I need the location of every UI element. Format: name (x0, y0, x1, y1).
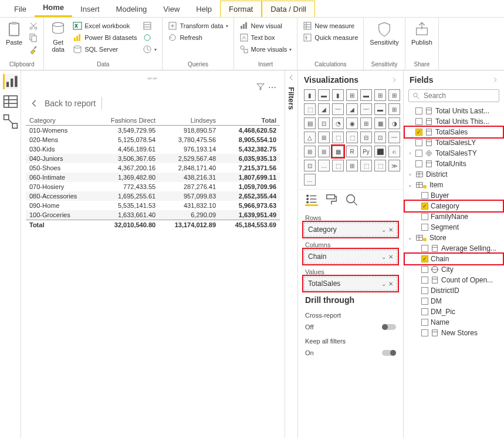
field-checkbox[interactable] (421, 277, 428, 284)
viz-type-icon[interactable]: ⊞ (388, 89, 400, 101)
viz-type-icon[interactable]: ▤ (304, 117, 316, 129)
new-measure-button[interactable]: New measure (301, 20, 360, 32)
filters-pane-collapsed[interactable]: Filters (285, 70, 297, 438)
tab-home[interactable]: Home (35, 0, 72, 17)
table-row[interactable]: 040-Juniors3,506,367.652,529,567.486,035… (26, 154, 280, 163)
viz-type-icon[interactable]: ▮ (332, 89, 344, 101)
text-box-button[interactable]: AText box (238, 32, 294, 43)
field-checkbox[interactable] (415, 150, 422, 157)
paste-button[interactable]: Paste (4, 20, 25, 61)
viz-type-icon[interactable]: ⊞ (318, 146, 330, 157)
field-item[interactable]: TotalSalesLY (405, 137, 503, 148)
viz-type-icon[interactable]: ⊡ (374, 132, 386, 143)
col-total[interactable]: Total (219, 116, 280, 126)
field-item[interactable]: DistrictID (405, 285, 503, 296)
keep-filters-toggle[interactable] (382, 350, 396, 356)
expand-icon[interactable]: ⌄ (407, 235, 413, 241)
matrix-visual[interactable]: Category Fashions Direct Lindseys Total … (26, 116, 280, 230)
quick-measure-button[interactable]: Quick measure (301, 32, 360, 43)
back-to-report[interactable]: Back to report (26, 93, 280, 116)
table-row[interactable]: 100-Groceries1,633,661.406,290.091,639,9… (26, 210, 280, 220)
format-painter-button[interactable] (27, 43, 40, 55)
chevron-right-icon[interactable] (492, 77, 498, 83)
viz-type-icon[interactable]: ⊞ (346, 89, 358, 101)
recent-sources-button[interactable]: ▾ (141, 43, 158, 55)
viz-type-icon[interactable]: ◑ (388, 117, 400, 129)
table-row[interactable]: 030-Kids4,456,189.61976,193.145,432,382.… (26, 144, 280, 154)
filter-icon[interactable] (256, 83, 265, 91)
dataverse-button[interactable] (141, 32, 158, 43)
field-item[interactable]: New Stores (405, 328, 503, 338)
viz-type-icon[interactable]: ▬ (318, 89, 330, 101)
viz-type-icon[interactable]: 〰 (332, 103, 344, 115)
field-item[interactable]: City (405, 264, 503, 275)
viz-type-icon[interactable]: ⊞ (346, 160, 358, 171)
tab-insert[interactable]: Insert (72, 1, 108, 17)
viz-type-icon[interactable]: ⊡ (318, 117, 330, 129)
field-item[interactable]: ✓Chain (405, 254, 503, 264)
field-checkbox[interactable] (421, 298, 428, 305)
field-checkbox[interactable] (421, 224, 428, 231)
field-item[interactable]: TotalUnits (405, 159, 503, 169)
viz-type-icon[interactable]: … (318, 160, 330, 171)
field-checkbox[interactable]: ✓ (415, 129, 422, 136)
tab-file[interactable]: File (6, 1, 35, 17)
viz-type-icon[interactable]: R (346, 146, 358, 157)
rows-well[interactable]: Category⌄✕ (304, 223, 397, 237)
viz-type-icon[interactable]: ▦ (374, 117, 386, 129)
report-view-button[interactable] (3, 74, 18, 89)
values-well[interactable]: TotalSales⌄✕ (304, 277, 397, 291)
analytics-tab[interactable] (345, 193, 358, 206)
field-checkbox[interactable] (415, 107, 422, 114)
expand-icon[interactable]: ⌄ (407, 182, 413, 188)
drag-handle[interactable]: ══ (26, 75, 280, 82)
field-item[interactable]: ✓Category (405, 201, 503, 211)
viz-type-icon[interactable]: ⊞ (374, 89, 386, 101)
field-item[interactable]: Segment (405, 222, 503, 233)
data-view-button[interactable] (3, 94, 18, 109)
viz-type-icon[interactable]: △ (304, 132, 316, 143)
viz-type-icon[interactable]: ▬ (374, 103, 386, 115)
field-item[interactable]: Total Units This... (405, 116, 503, 127)
field-checkbox[interactable]: ✓ (421, 203, 428, 210)
remove-icon[interactable]: ✕ (388, 281, 393, 287)
viz-type-icon[interactable]: ⬛ (374, 146, 386, 157)
field-checkbox[interactable] (421, 319, 428, 326)
table-node[interactable]: ⌄Item (405, 180, 503, 190)
viz-type-icon[interactable]: ⬚ (332, 160, 344, 171)
field-checkbox[interactable] (415, 118, 422, 125)
viz-type-icon[interactable]: … (304, 174, 316, 186)
fields-search[interactable] (408, 89, 499, 102)
field-checkbox[interactable] (421, 245, 428, 252)
field-checkbox[interactable] (421, 266, 428, 273)
col-fashions-direct[interactable]: Fashions Direct (94, 116, 160, 126)
tab-modeling[interactable]: Modeling (108, 1, 155, 17)
tab-data-drill[interactable]: Data / Drill (262, 1, 315, 17)
viz-type-icon[interactable]: ◉ (346, 117, 358, 129)
viz-type-icon[interactable]: ⬚ (360, 160, 372, 171)
field-checkbox[interactable]: ✓ (421, 255, 428, 262)
columns-well[interactable]: Chain⌄✕ (304, 250, 397, 264)
fields-tab[interactable] (305, 193, 318, 206)
get-data-button[interactable]: Get data (48, 20, 69, 61)
refresh-button[interactable]: Refresh (166, 32, 229, 43)
format-tab[interactable] (325, 193, 338, 206)
table-row[interactable]: 010-Womens3,549,729.95918,890.574,468,62… (26, 126, 280, 136)
viz-type-icon[interactable]: ▮ (304, 89, 316, 101)
viz-type-icon[interactable]: ⬚ (304, 103, 316, 115)
field-checkbox[interactable] (421, 308, 428, 315)
viz-type-icon[interactable]: 〰 (360, 103, 372, 115)
expand-icon[interactable]: › (407, 171, 413, 177)
remove-icon[interactable]: ✕ (388, 254, 393, 260)
copy-button[interactable] (27, 32, 40, 43)
chevron-down-icon[interactable]: ⌄ (381, 254, 386, 260)
table-row[interactable]: 060-Intimate1,369,482.80438,216.311,807,… (26, 173, 280, 182)
viz-type-icon[interactable]: ⊟ (360, 132, 372, 143)
field-item[interactable]: Count of Open... (405, 275, 503, 285)
viz-type-icon[interactable]: ⊞ (360, 117, 372, 129)
publish-button[interactable]: Publish (409, 20, 435, 61)
viz-type-icon[interactable]: 〰 (388, 132, 400, 143)
viz-type-icon[interactable]: ⬚ (346, 132, 358, 143)
expand-icon[interactable]: › (407, 150, 413, 156)
col-lindseys[interactable]: Lindseys (159, 116, 219, 126)
